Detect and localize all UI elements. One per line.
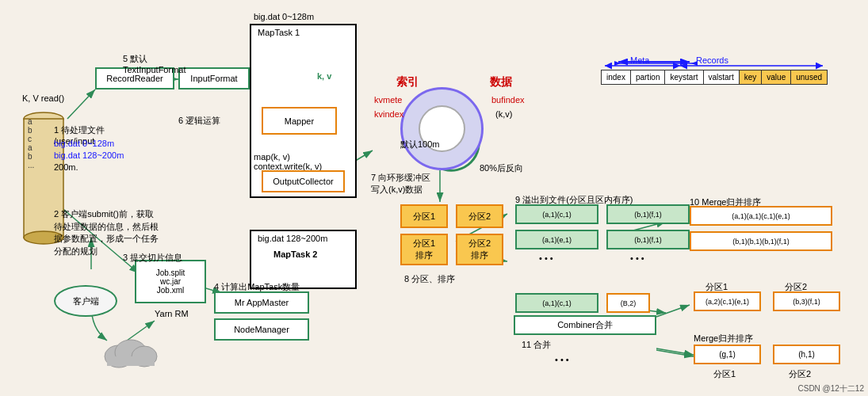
- partition2-bottom-label: 分区2: [789, 368, 811, 380]
- percent-80-text: 80%后反向: [480, 162, 523, 174]
- kvmete-label: kvmete: [374, 95, 402, 105]
- cloud-container: [103, 333, 159, 370]
- svg-rect-37: [107, 356, 155, 366]
- spill-box2: (b,1)(f,1): [606, 204, 690, 224]
- submit-text: 2 客户端submit()前，获取 待处理数据的信息，然后根 据参数配置，形成一…: [54, 196, 159, 257]
- combiner-result2-box: (B,2): [606, 293, 650, 313]
- client-ellipse: 客户端: [54, 285, 117, 317]
- kv-pair-label: (k,v): [495, 109, 512, 119]
- bigdat2-label: big.dat 128~200m: [258, 234, 327, 243]
- node-manager-box: NodeManager: [214, 318, 309, 341]
- merge-final1-box: (g,1): [694, 345, 761, 364]
- cloud-svg: [103, 333, 159, 368]
- kv-label: k, v: [317, 71, 331, 81]
- logic-text: 6 逻辑运算: [178, 115, 220, 127]
- partition2-mid-label: 分区2: [785, 281, 807, 293]
- merge-result1-box: (a,1)(a,1)(c,1)(e,1): [690, 206, 832, 226]
- mapper-box: Mapper: [262, 107, 337, 135]
- partition1-bottom-label: 分区1: [713, 368, 736, 380]
- section8-label: 8 分区、排序: [404, 273, 455, 285]
- spill-box3: (a,1)(e,1): [515, 230, 598, 249]
- svg-line-40: [656, 350, 694, 356]
- default-text: 5 默认 TextInputFormat: [123, 44, 185, 74]
- file-chars: abcab...: [28, 117, 34, 169]
- partition2-sort-box: 分区2 排序: [456, 234, 503, 265]
- svg-line-39: [656, 348, 694, 355]
- slice-text: 3 提交切片信息: [123, 252, 182, 264]
- maptask2-label: MapTask 2: [273, 249, 317, 259]
- partition1-box: 分区1: [400, 204, 448, 228]
- index-header: index: [602, 70, 631, 84]
- bigdat1-text: big.dat 0~128m: [54, 139, 114, 148]
- default-100m-text: 默认100m: [400, 139, 440, 150]
- write-ring-text: 7 向环形缓冲区 写入(k,v)数据: [371, 162, 430, 196]
- slice-box: Job.split wc.jar Job.xml: [135, 260, 206, 303]
- section11-label: 11 合并: [522, 339, 551, 351]
- diagram-container: big.dat 0~128m MapTask 1 k, v InputForma…: [0, 0, 868, 396]
- merge-final2-box: (h,1): [773, 345, 840, 364]
- bufindex-label: bufindex: [491, 95, 525, 105]
- combiner-box: Combiner合并: [514, 315, 656, 335]
- spill-box1: (a,1)(c,1): [515, 204, 598, 224]
- meta-label: Meta: [630, 55, 649, 65]
- partition1-sort-box: 分区1 排序: [400, 234, 448, 265]
- unused-header: unused: [791, 70, 827, 84]
- records-label: Records: [696, 55, 728, 65]
- yarn-rm-text: Yarn RM: [155, 309, 189, 318]
- map-func-text: map(k, v) context.write(k, v): [254, 143, 322, 171]
- key-header: key: [740, 70, 763, 84]
- merge-result2-box: (b,1)(b,1)(b,1)(f,1): [690, 231, 832, 251]
- svg-line-38: [656, 305, 690, 317]
- partition1-mid-label: 分区1: [705, 281, 728, 293]
- svg-marker-25: [614, 61, 621, 66]
- footer: CSDN @12十二12: [797, 383, 864, 394]
- inputformat-box: InputFormat: [178, 67, 250, 89]
- keystart-header: keystart: [665, 70, 703, 84]
- kvindex-label: kvindex: [374, 109, 403, 119]
- mr-appmaster-box: Mr AppMaster: [214, 291, 309, 314]
- dots1: • • •: [539, 253, 553, 263]
- file-size-text: 200m.: [54, 162, 78, 172]
- partition2-box: 分区2: [456, 204, 503, 228]
- combiner-merge2-box: (b,3)(f,1): [773, 291, 840, 311]
- combiner-merge1-box: (a,2)(c,1)(e,1): [694, 291, 761, 311]
- dots2: • • •: [630, 253, 644, 263]
- value-header: value: [762, 70, 791, 84]
- valstart-header: valstart: [704, 70, 740, 84]
- index-label: 索引: [396, 75, 419, 89]
- partion-header: partion: [631, 70, 666, 84]
- bigdat2-text: big.dat 128~200m: [54, 150, 124, 160]
- spill-box4: (b,1)(f,1): [606, 230, 690, 249]
- data-label: 数据: [490, 75, 512, 89]
- maptask1-label: MapTask 1: [258, 28, 300, 37]
- bigdat-label1: big.dat 0~128m: [254, 12, 314, 21]
- index-table: index partion keystart valstart key valu…: [601, 70, 828, 85]
- merge-sort2-label: Merge归并排序: [694, 333, 753, 345]
- kv-read-text: K, V read(): [22, 93, 64, 103]
- output-collector-box: OutputCollector: [262, 170, 345, 192]
- dots3: • • •: [555, 355, 569, 364]
- combiner-result1-box: (a,1)(c,1): [515, 293, 598, 313]
